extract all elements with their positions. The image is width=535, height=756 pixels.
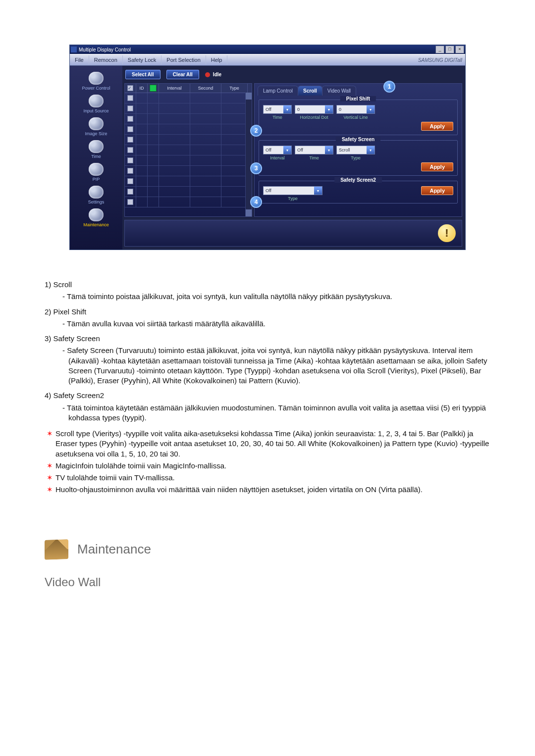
safety-screen2-apply-button[interactable]: Apply: [421, 186, 453, 195]
row-checkbox[interactable]: [127, 168, 133, 174]
star-icon: ✶: [47, 485, 55, 495]
callout-badge-2: 2: [250, 125, 262, 137]
pixel-shift-legend: Pixel Shift: [340, 96, 376, 101]
safety-screen2-type-select[interactable]: Off▾: [263, 186, 322, 195]
sublabel: Type: [263, 196, 322, 201]
input-icon: [89, 95, 104, 107]
sidebar-item-label: Time: [91, 154, 101, 159]
menu-file[interactable]: File: [70, 55, 89, 64]
warning-icon: !: [438, 224, 456, 242]
sidebar-item-time[interactable]: Time: [74, 140, 118, 162]
pixel-shift-time-select[interactable]: Off▾: [263, 105, 292, 114]
device-grid: ID Interval Second Type: [124, 83, 252, 217]
sidebar-item-pip[interactable]: PIP: [74, 163, 118, 185]
pixel-shift-vline-select[interactable]: 0▾: [336, 105, 375, 114]
sidebar-item-input-source[interactable]: Input Source: [74, 95, 118, 116]
sidebar-item-power-control[interactable]: Power Control: [74, 72, 118, 94]
menu-port-selection[interactable]: Port Selection: [161, 55, 206, 64]
callout-badge-4: 4: [250, 196, 262, 208]
grid-scrollbar[interactable]: [245, 93, 252, 216]
time-icon: [89, 140, 104, 153]
safety-screen-legend: Safety Screen: [336, 137, 380, 142]
row-checkbox[interactable]: [127, 105, 133, 111]
sidebar: Power Control Input Source Image Size Ti…: [70, 66, 122, 250]
note-line: ✶Scroll type (Vieritys) -tyypille voit v…: [45, 429, 490, 459]
maximize-button[interactable]: □: [445, 46, 454, 53]
row-checkbox[interactable]: [127, 199, 133, 205]
idle-indicator: Idle: [205, 72, 221, 77]
list-item-2-body: Tämän avulla kuvaa voi siirtää tarkasti …: [68, 319, 490, 329]
maintenance-icon: [89, 208, 104, 221]
toolbar: Select All Clear All Idle: [124, 69, 462, 83]
safety-screen-apply-button[interactable]: Apply: [421, 162, 453, 171]
list-item-2-head: 2) Pixel Shift: [45, 307, 490, 317]
clear-all-button[interactable]: Clear All: [166, 70, 199, 79]
menu-help[interactable]: Help: [206, 55, 228, 64]
table-row[interactable]: [125, 114, 252, 124]
close-button[interactable]: ×: [455, 46, 464, 53]
app-icon: [71, 47, 77, 52]
star-icon: ✶: [47, 429, 55, 459]
safety-screen-interval-select[interactable]: Off▾: [263, 146, 292, 154]
sublabel: Horizontal Dot: [295, 115, 333, 120]
pixel-shift-apply-button[interactable]: Apply: [421, 122, 453, 131]
table-row[interactable]: [125, 135, 252, 145]
menu-remocon[interactable]: Remocon: [89, 55, 123, 64]
list-item-1-body: Tämä toiminto poistaa jälkikuvat, joita …: [68, 292, 490, 302]
sidebar-item-image-size[interactable]: Image Size: [74, 117, 118, 139]
note-line: ✶TV tulolähde toimii vain TV-mallissa.: [45, 473, 490, 483]
safety-screen-type-select[interactable]: Scroll▾: [336, 146, 375, 154]
section-header: Maintenance: [45, 540, 490, 559]
row-checkbox[interactable]: [127, 137, 133, 143]
table-row[interactable]: [125, 197, 252, 207]
sidebar-item-label: PIP: [93, 177, 100, 182]
minimize-button[interactable]: _: [435, 46, 444, 53]
section-subtitle: Video Wall: [45, 574, 490, 590]
pixel-shift-hdot-select[interactable]: 0▾: [295, 105, 333, 114]
scroll-up-icon[interactable]: [246, 93, 252, 100]
list-item-4-head: 4) Safety Screen2: [45, 391, 490, 401]
row-checkbox[interactable]: [127, 157, 133, 163]
chevron-down-icon: ▾: [367, 146, 374, 154]
table-row[interactable]: [125, 166, 252, 176]
safety-screen2-group: Safety Screen2 Off▾ Apply Type 4: [259, 181, 458, 203]
tab-video-wall[interactable]: Video Wall: [322, 86, 356, 96]
chevron-down-icon: ▾: [325, 105, 333, 113]
chevron-down-icon: ▾: [367, 105, 374, 113]
table-row[interactable]: [125, 124, 252, 135]
safety-screen-group: Safety Screen Off▾ Off▾ Scroll▾ Interval…: [259, 140, 458, 176]
list-item-3-body: Safety Screen (Turvaruutu) toiminto estä…: [68, 346, 490, 386]
safety-screen2-legend: Safety Screen2: [334, 177, 382, 183]
note-line: ✶MagicInfoin tulolähde toimii vain Magic…: [45, 461, 490, 471]
safety-screen-time-select[interactable]: Off▾: [295, 146, 333, 154]
menu-safety-lock[interactable]: Safety Lock: [123, 55, 161, 64]
chevron-down-icon: ▾: [283, 146, 291, 154]
tab-lamp-control[interactable]: Lamp Control: [258, 86, 298, 96]
select-all-button[interactable]: Select All: [125, 70, 160, 79]
row-checkbox[interactable]: [127, 147, 133, 153]
row-checkbox[interactable]: [127, 178, 133, 184]
menubar: File Remocon Safety Lock Port Selection …: [70, 54, 465, 66]
table-row[interactable]: [125, 145, 252, 155]
table-row[interactable]: [125, 187, 252, 197]
header-checkbox[interactable]: [127, 85, 133, 91]
table-row[interactable]: [125, 93, 252, 103]
row-checkbox[interactable]: [127, 95, 133, 101]
table-row[interactable]: [125, 103, 252, 114]
sublabel: Time: [263, 115, 292, 120]
table-row[interactable]: [125, 176, 252, 187]
sidebar-item-label: Maintenance: [83, 222, 109, 227]
table-row[interactable]: [125, 155, 252, 166]
row-checkbox[interactable]: [127, 189, 133, 195]
tab-scroll[interactable]: Scroll: [298, 86, 322, 96]
list-item-1-head: 1) Scroll: [45, 280, 490, 290]
star-icon: ✶: [47, 461, 55, 471]
row-checkbox[interactable]: [127, 116, 133, 122]
row-checkbox[interactable]: [127, 126, 133, 132]
tabs: Lamp Control Scroll Video Wall: [258, 86, 459, 96]
grid-header-type: Type: [221, 84, 248, 93]
sidebar-item-settings[interactable]: Settings: [74, 186, 118, 207]
sidebar-item-maintenance[interactable]: Maintenance: [74, 208, 118, 230]
scroll-down-icon[interactable]: [246, 209, 252, 216]
idle-label: Idle: [213, 72, 221, 77]
